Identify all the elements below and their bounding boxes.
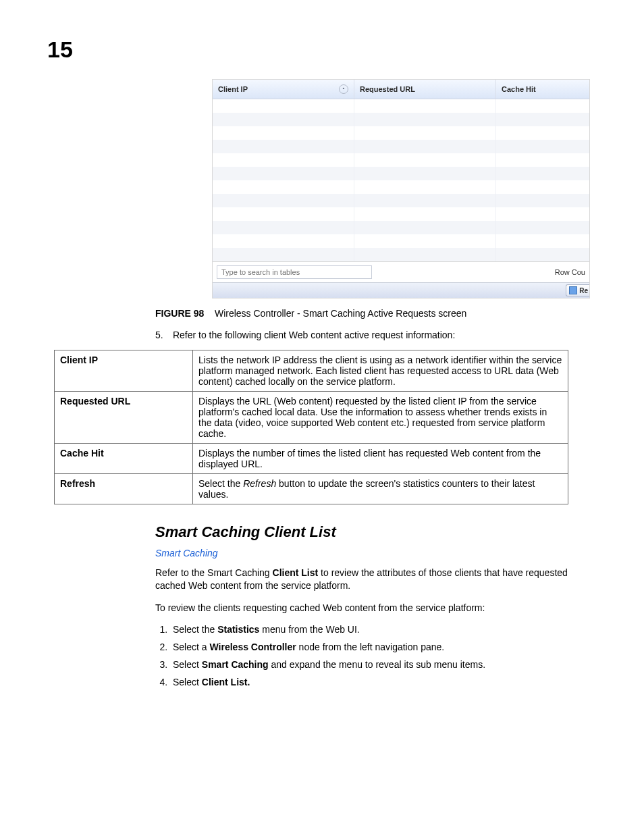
info-value: Lists the network IP address the client …	[193, 350, 568, 392]
column-label: Cache Hit	[502, 85, 536, 93]
column-header-requested-url[interactable]: Requested URL	[354, 80, 496, 99]
figure-caption-text: Wireless Controller - Smart Caching Acti…	[215, 308, 466, 319]
list-item: Select Client List.	[170, 677, 597, 687]
list-item: Select a Wireless Controller node from t…	[170, 642, 597, 652]
refresh-icon	[569, 286, 577, 294]
info-key: Requested URL	[55, 392, 193, 444]
section-subcategory-link[interactable]: Smart Caching	[155, 548, 597, 558]
text: Select the	[173, 624, 217, 635]
row-count-label: Row Cou	[555, 268, 585, 276]
info-row: Client IP Lists the network IP address t…	[55, 350, 568, 392]
text: node from the left navigation pane.	[296, 642, 444, 652]
column-label: Requested URL	[360, 85, 415, 93]
figure-caption: FIGURE 98 Wireless Controller - Smart Ca…	[155, 308, 597, 319]
table-row	[213, 234, 589, 248]
table-row	[213, 99, 589, 113]
info-row: Refresh Select the Refresh button to upd…	[55, 474, 568, 504]
column-label: Client IP	[218, 85, 248, 93]
info-key: Refresh	[55, 474, 193, 504]
info-table: Client IP Lists the network IP address t…	[54, 350, 568, 504]
text: Select	[173, 677, 202, 687]
bold-text: Wireless Controller	[209, 642, 296, 652]
refresh-button[interactable]: Re	[566, 284, 589, 296]
list-item: Select the Statistics menu from the Web …	[170, 624, 597, 635]
text: Select	[173, 659, 202, 670]
screenshot-table-header: Client IP • Requested URL Cache Hit	[213, 80, 589, 99]
table-row	[213, 194, 589, 207]
text: Refer to the Smart Caching	[155, 567, 273, 578]
bold-text: Client List.	[202, 677, 250, 687]
chapter-number: 15	[47, 36, 597, 63]
column-header-client-ip[interactable]: Client IP •	[213, 80, 354, 99]
text: menu from the Web UI.	[259, 624, 359, 635]
screenshot-footer: Row Cou	[213, 261, 589, 282]
table-row	[213, 180, 589, 194]
table-row	[213, 221, 589, 234]
info-value: Displays the number of times the listed …	[193, 444, 568, 474]
steps-list: Select the Statistics menu from the Web …	[155, 624, 597, 687]
column-header-cache-hit[interactable]: Cache Hit	[496, 80, 589, 99]
table-row	[213, 207, 589, 221]
table-row	[213, 153, 589, 167]
table-search-input[interactable]	[217, 265, 372, 279]
paragraph: To review the clients requesting cached …	[155, 602, 597, 615]
bold-text: Statistics	[217, 624, 259, 635]
text: and expand the menu to reveal its sub me…	[269, 659, 485, 670]
section-heading: Smart Caching Client List	[155, 523, 597, 541]
table-row	[213, 126, 589, 140]
screenshot-button-bar: Re	[213, 282, 589, 298]
info-key: Client IP	[55, 350, 193, 392]
info-value: Select the Refresh button to update the …	[193, 474, 568, 504]
screenshot-table-body	[213, 99, 589, 261]
text: Select the	[198, 478, 243, 489]
table-row	[213, 248, 589, 261]
figure-label: FIGURE 98	[155, 308, 204, 319]
info-key: Cache Hit	[55, 444, 193, 474]
text: Select a	[173, 642, 209, 652]
lead-in-text: Refer to the following client Web conten…	[173, 330, 455, 340]
table-row	[213, 167, 589, 180]
list-item: Select Smart Caching and expand the menu…	[170, 659, 597, 670]
sort-indicator-icon[interactable]: •	[339, 84, 348, 94]
screenshot-figure: Client IP • Requested URL Cache Hit	[212, 79, 590, 298]
refresh-button-label: Re	[579, 287, 588, 294]
lead-in-line: 5. Refer to the following client Web con…	[155, 330, 597, 340]
info-value: Displays the URL (Web content) requested…	[193, 392, 568, 444]
table-row	[213, 140, 589, 153]
info-row: Requested URL Displays the URL (Web cont…	[55, 392, 568, 444]
bold-text: Smart Caching	[202, 659, 269, 670]
bold-text: Client List	[273, 567, 319, 578]
step-number: 5.	[155, 330, 170, 340]
info-row: Cache Hit Displays the number of times t…	[55, 444, 568, 474]
table-row	[213, 113, 589, 126]
paragraph: Refer to the Smart Caching Client List t…	[155, 567, 597, 592]
italic-text: Refresh	[243, 478, 276, 489]
